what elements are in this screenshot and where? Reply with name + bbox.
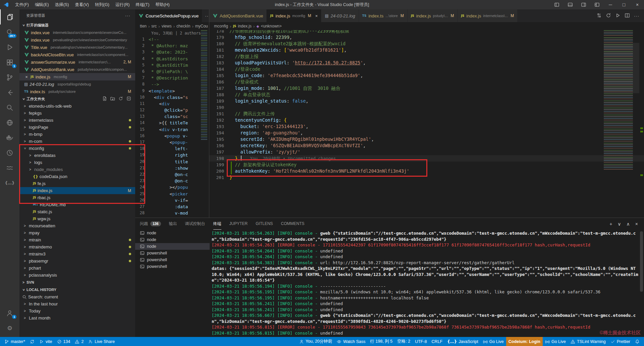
status-notifications[interactable] [633, 337, 642, 346]
activity-search-button[interactable] [0, 100, 19, 115]
activity-globe-button[interactable] [0, 115, 19, 130]
tree-item-wgw.js[interactable]: JSwgw.js [19, 215, 135, 222]
activity-braces-button[interactable]: {…} [0, 175, 19, 190]
panel-tab-调试控制台[interactable]: 调试控制台 [185, 218, 205, 230]
open-editor-item[interactable]: index.vueinternetclass\src\components\ex… [19, 29, 135, 36]
breadcrumb-item[interactable]: views [162, 24, 172, 28]
more-actions-icon[interactable]: ··· [125, 13, 130, 18]
close-panel-icon[interactable]: × [635, 221, 638, 227]
tree-item-m-bmp[interactable]: >m-bmp [19, 131, 135, 138]
activity-clock-button[interactable] [0, 145, 19, 160]
panel-tab-问题[interactable]: 问题136 [140, 218, 161, 230]
layout4-toggle-button[interactable] [590, 0, 604, 9]
tab-24-03-21.log[interactable]: ▤24-03-21.log [321, 9, 359, 22]
activity-account-button[interactable]: 1 [0, 305, 19, 321]
open-editor-item[interactable]: TSindex.tspstudy\src\storeM [19, 88, 135, 95]
tree-item-fe.js[interactable]: JSfe.js [19, 180, 135, 187]
split-icon[interactable] [625, 13, 630, 19]
code-editor-vue[interactable]: You, 3周前 | 2 authors 1<!--2 * @Author: m… [135, 30, 209, 218]
workspace-header[interactable]: > 工作文件夹 [19, 95, 135, 103]
status-prettier[interactable]: Prettier [608, 337, 633, 346]
tab-index.js[interactable]: JSindex.jsinternetclass\...M [458, 9, 518, 22]
menu-item-3[interactable]: 查看(V) [72, 0, 92, 9]
open-editor-item[interactable]: AddQuestionBank.vuepstudy\resourcelib\co… [19, 66, 135, 73]
status-language-mode[interactable]: {…}JavaScript [445, 337, 480, 346]
menu-item-7[interactable]: 帮助(H) [152, 0, 172, 9]
local-history-item[interactable]: Search: current [19, 293, 135, 300]
breadcrumb[interactable]: mconfig›JSindex.js›◈<unknown> [209, 22, 644, 30]
tree-item-static.js[interactable]: JSstatic.js [19, 208, 135, 215]
layout1-toggle-button[interactable] [550, 0, 564, 9]
terminal-instance-node[interactable]: node [135, 230, 210, 236]
activity-files-button[interactable] [0, 9, 19, 24]
activity-rundebug-button[interactable] [0, 40, 19, 55]
breadcrumb-item[interactable]: mconfig [214, 24, 228, 28]
status-cursor-position[interactable]: 行 198, 列 5 [368, 337, 395, 346]
terminal-instance-powershell[interactable]: powershell [135, 250, 210, 256]
terminal-instance-powershell[interactable]: powershell [135, 263, 210, 270]
terminal-instance-node[interactable]: node [135, 243, 210, 250]
tree-item-pclassanalysis[interactable]: >pclassanalysis [19, 272, 135, 279]
refresh-icon[interactable] [118, 96, 123, 102]
status-vite-task[interactable]: vite [37, 337, 54, 346]
breadcrumb[interactable]: tten›src›views›checkIn›myCou [135, 22, 209, 30]
status-gitlens-blame[interactable]: You, 20分钟前 [297, 337, 334, 346]
tab-index.js[interactable]: JSindex.jsmconfigM× [267, 9, 321, 22]
tree-item-pbasemgr[interactable]: >pbasemgr [19, 257, 135, 265]
tree-item-mtrain[interactable]: >mtrain [19, 236, 135, 243]
tree-item-loginPage[interactable]: >loginPage [19, 124, 135, 131]
tree-item-etonedu-utils-sdk-web[interactable]: >etonedu-utils-sdk-web [19, 103, 135, 110]
tab-more-actions-icon[interactable]: ··· [202, 9, 209, 22]
local-history-item[interactable]: >In the last hour [19, 300, 135, 307]
panel-tab-JUPYTER[interactable]: JUPYTER [229, 218, 248, 230]
more2-icon[interactable]: ··· [634, 13, 639, 18]
open-editor-item[interactable]: Title.vuepevaluating\src\views\exerciseC… [19, 44, 135, 51]
breadcrumb-item[interactable]: index.js [238, 24, 252, 28]
open-editor-item[interactable]: index.vuepevaluating\src\views\exerciseC… [19, 36, 135, 44]
status-git-branch[interactable]: master* [2, 337, 28, 346]
menu-item-2[interactable]: 选择(S) [52, 0, 72, 9]
status-problems-errors[interactable]: 134 [55, 337, 73, 346]
status-go-live[interactable]: Go Live [481, 337, 506, 346]
tree-item-fepkgs[interactable]: >fepkgs [19, 110, 135, 117]
breadcrumb-item[interactable]: src [151, 24, 157, 28]
open-editor-item[interactable]: answerSummarize.vueinternetclass\src\...… [19, 58, 135, 66]
activity-scm-button[interactable] [0, 70, 19, 85]
activity-search-button[interactable]: 2K+ [0, 24, 19, 40]
code-editor-indexjs[interactable]: 178//华附班牌刘自切换学校id(白音测试)---22399蒋植权限179 h… [209, 30, 644, 218]
terminal-dropdown-icon[interactable]: ∨ [618, 221, 621, 227]
activity-arrowleft-button[interactable] [0, 85, 19, 100]
menu-item-0[interactable]: 文件(F) [12, 0, 32, 9]
maximize-panel-icon[interactable]: ∧ [627, 221, 630, 227]
tab-index.ts[interactable]: TSindex.ts...\storeM [359, 9, 408, 22]
panel-tab-GITLENS[interactable]: GITLENS [256, 218, 273, 230]
open-editor-item[interactable]: ▤24-03-21.logssportal\logs\debug [19, 80, 135, 88]
tree-item-mtrainv3[interactable]: >mtrainv3 [19, 250, 135, 257]
open-editor-item[interactable]: ×JSindex.jsmconfigM [19, 73, 135, 80]
terminal-instance-powershell[interactable]: powershell [135, 256, 210, 263]
minimap-group-1[interactable] [201, 30, 209, 141]
activity-extensions-button[interactable]: 1 [0, 55, 19, 70]
tree-item-README.md[interactable]: M↓README.md [19, 201, 135, 208]
status-encoding[interactable]: UTF-8 [413, 337, 429, 346]
close-icon[interactable]: × [315, 13, 318, 18]
local-history-item[interactable]: >Last month [19, 314, 135, 322]
status-eol[interactable]: CRLF [429, 337, 445, 346]
tree-item-logs[interactable]: >logs [19, 159, 135, 166]
newfile-icon[interactable] [102, 96, 107, 102]
tab-index.js[interactable]: JSindex.jspstudy\...M [408, 9, 458, 22]
menu-item-1[interactable]: 编辑(E) [32, 0, 52, 9]
minimize-button[interactable]: ─ [604, 0, 617, 9]
tree-item-enrolldatas[interactable]: >enrolldatas [19, 152, 135, 159]
status-go-live-2[interactable]: Go Live [543, 337, 568, 346]
collapse-icon[interactable] [126, 96, 131, 102]
breadcrumb-item[interactable]: myCou [195, 24, 208, 28]
svn-header[interactable]: > SVN [19, 279, 135, 286]
menu-item-5[interactable]: 运行(R) [112, 0, 132, 9]
status-codeium-login[interactable]: Codeium: Login [506, 337, 543, 346]
menu-item-4[interactable]: 转到(G) [92, 0, 112, 9]
activity-waves-button[interactable] [0, 160, 19, 175]
gitlens-authors-lens[interactable]: You, 3周前 | 2 authors [135, 30, 209, 36]
tab-CourseSchedulePopup.vue[interactable]: CourseSchedulePopup.vue [135, 9, 202, 22]
local-history-header[interactable]: > LOCAL HISTORY [19, 286, 135, 293]
